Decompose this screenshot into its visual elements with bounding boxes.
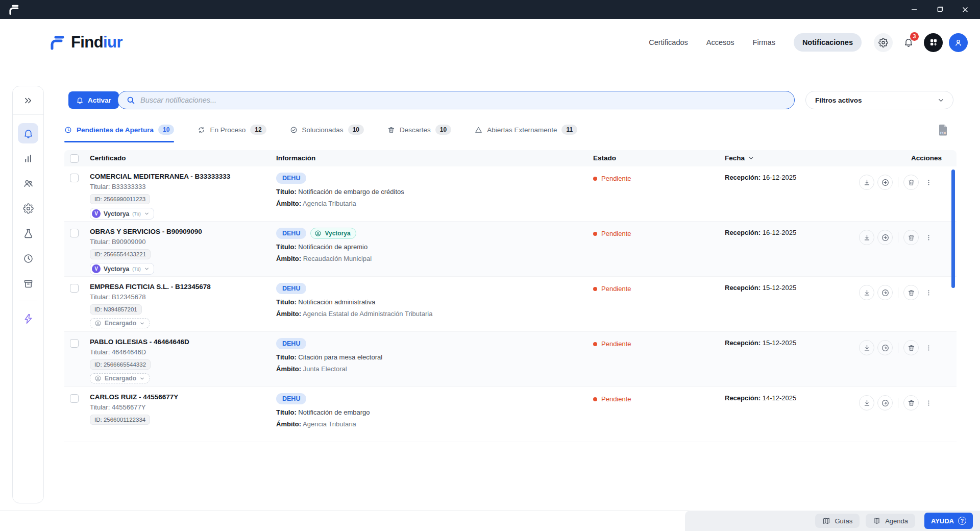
open-button[interactable] bbox=[877, 230, 893, 245]
certificate-name: CARLOS RUIZ - 44556677Y bbox=[90, 393, 178, 401]
nav-firmas[interactable]: Firmas bbox=[753, 38, 775, 46]
search-input[interactable] bbox=[140, 96, 786, 104]
titular-line: Titular: 46464646D bbox=[90, 348, 189, 356]
column-estado: Estado bbox=[593, 154, 616, 162]
tab-en-proceso[interactable]: En Proceso 12 bbox=[198, 123, 266, 142]
sidebar-item-lab[interactable] bbox=[18, 223, 38, 244]
bell-icon bbox=[76, 96, 84, 104]
nav-certificados[interactable]: Certificados bbox=[649, 38, 688, 46]
row-actions bbox=[859, 285, 935, 300]
agenda-button[interactable]: Agenda bbox=[866, 514, 915, 528]
bell-icon bbox=[23, 128, 34, 139]
row-checkbox[interactable] bbox=[70, 229, 79, 237]
titular-line: Titular: 44556677Y bbox=[90, 403, 178, 411]
column-fecha-sort[interactable]: Fecha bbox=[725, 154, 754, 162]
help-button[interactable]: AYUDA ? bbox=[924, 513, 973, 529]
tab-abiertas-externamente[interactable]: Abiertas Externamente 11 bbox=[475, 123, 577, 142]
export-pdf-button[interactable]: PDF bbox=[937, 124, 949, 137]
table-row: EMPRESA FICTICIA S.L. - B12345678 Titula… bbox=[64, 277, 957, 332]
open-button[interactable] bbox=[877, 175, 893, 190]
owner-selector[interactable]: Encargado bbox=[90, 318, 150, 328]
notifications-bell-button[interactable]: 3 bbox=[899, 33, 918, 52]
footer-actions: Guías Agenda AYUDA ? bbox=[685, 511, 980, 531]
tab-count-badge: 12 bbox=[250, 125, 266, 135]
open-button[interactable] bbox=[877, 285, 893, 300]
download-button[interactable] bbox=[859, 395, 874, 411]
download-button[interactable] bbox=[859, 175, 874, 190]
maximize-icon[interactable] bbox=[935, 5, 944, 14]
sidebar-item-quick-actions[interactable] bbox=[18, 308, 38, 329]
more-options-button[interactable] bbox=[922, 230, 935, 245]
settings-button[interactable] bbox=[874, 33, 893, 52]
filters-label: Filtros activos bbox=[815, 96, 862, 104]
actions-divider bbox=[898, 177, 898, 187]
check-circle-icon bbox=[290, 126, 298, 134]
status-dot bbox=[593, 397, 597, 401]
nav-notificaciones[interactable]: Notificaciones bbox=[794, 33, 862, 52]
gear-icon bbox=[878, 38, 888, 47]
row-checkbox[interactable] bbox=[70, 174, 79, 182]
guides-button[interactable]: Guías bbox=[815, 514, 860, 528]
sidebar-item-users[interactable] bbox=[18, 173, 38, 194]
titular-line: Titular: B33333333 bbox=[90, 183, 230, 190]
sidebar-item-stats[interactable] bbox=[18, 148, 38, 168]
open-button[interactable] bbox=[877, 395, 893, 411]
table-header: Certificado Información Estado Fecha Acc… bbox=[64, 150, 957, 166]
download-button[interactable] bbox=[859, 230, 874, 245]
filters-dropdown[interactable]: Filtros activos bbox=[805, 91, 953, 109]
nav-accesos[interactable]: Accesos bbox=[706, 38, 734, 46]
download-button[interactable] bbox=[859, 285, 874, 300]
sidebar-item-settings[interactable] bbox=[18, 198, 38, 219]
apps-menu-button[interactable] bbox=[924, 33, 943, 52]
trash-icon bbox=[908, 179, 915, 186]
tab-descartes[interactable]: Descartes 10 bbox=[387, 123, 451, 142]
more-options-button[interactable] bbox=[922, 395, 935, 411]
tab-pendientes[interactable]: Pendientes de Apertura 10 bbox=[64, 123, 174, 142]
status-dot bbox=[593, 287, 597, 291]
select-all-checkbox[interactable] bbox=[70, 154, 79, 163]
tab-count-badge: 11 bbox=[561, 125, 577, 135]
more-options-button[interactable] bbox=[922, 340, 935, 355]
reception-date: Recepción: 14-12-2025 bbox=[725, 394, 796, 402]
sidebar-expand-button[interactable] bbox=[13, 86, 43, 115]
close-icon[interactable] bbox=[961, 5, 970, 14]
sidebar-item-archive[interactable] bbox=[18, 273, 38, 294]
owner-selector[interactable]: V Vyctorya (Tú) bbox=[90, 208, 154, 220]
delete-button[interactable] bbox=[903, 175, 919, 190]
sidebar-item-history[interactable] bbox=[18, 248, 38, 269]
table-row: OBRAS Y SERVICIOS - B90909090 Titular: B… bbox=[64, 222, 957, 277]
gear-icon bbox=[23, 203, 34, 214]
owner-selector[interactable]: Encargado bbox=[90, 373, 150, 383]
download-icon bbox=[863, 289, 871, 297]
delete-button[interactable] bbox=[903, 340, 919, 355]
more-options-button[interactable] bbox=[922, 285, 935, 300]
sidebar-item-notifications[interactable] bbox=[18, 123, 38, 143]
more-options-button[interactable] bbox=[922, 175, 935, 190]
delete-button[interactable] bbox=[903, 395, 919, 411]
table-scrollbar[interactable] bbox=[951, 170, 955, 288]
reception-date: Recepción: 16-12-2025 bbox=[725, 174, 796, 181]
window-titlebar bbox=[0, 0, 980, 19]
delete-button[interactable] bbox=[903, 230, 919, 245]
status-tabs: Pendientes de Apertura 10 En Proceso 12 … bbox=[64, 123, 577, 142]
activate-button[interactable]: Activar bbox=[68, 91, 119, 109]
profile-button[interactable] bbox=[949, 33, 968, 52]
bell-count-badge: 3 bbox=[910, 32, 919, 41]
refresh-icon bbox=[198, 126, 205, 134]
pdf-file-icon: PDF bbox=[937, 124, 949, 137]
row-checkbox[interactable] bbox=[70, 284, 79, 293]
row-checkbox[interactable] bbox=[70, 339, 79, 348]
delete-button[interactable] bbox=[903, 285, 919, 300]
tab-count-badge: 10 bbox=[348, 125, 364, 135]
open-button[interactable] bbox=[877, 340, 893, 355]
certificate-name: PABLO IGLESIAS - 46464646D bbox=[90, 338, 189, 346]
download-button[interactable] bbox=[859, 340, 874, 355]
column-informacion: Información bbox=[276, 154, 315, 162]
row-actions bbox=[859, 395, 935, 411]
minimize-icon[interactable] bbox=[910, 5, 919, 14]
owner-selector[interactable]: V Vyctorya (Tú) bbox=[90, 263, 154, 275]
tab-solucionadas[interactable]: Solucionadas 10 bbox=[290, 123, 364, 142]
row-checkbox[interactable] bbox=[70, 394, 79, 403]
id-badge: ID: 2566554433221 bbox=[90, 249, 151, 259]
status-dot bbox=[593, 177, 597, 181]
